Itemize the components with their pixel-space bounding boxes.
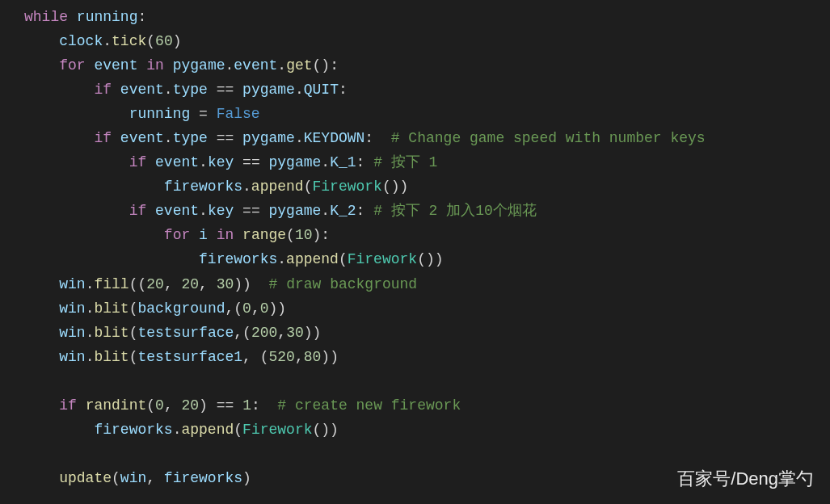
token-comment: # draw background bbox=[269, 276, 418, 292]
token-punct: ()) bbox=[313, 422, 339, 438]
token-punct: ) == bbox=[199, 397, 242, 414]
token-punct: : bbox=[251, 397, 277, 414]
token-variable: event bbox=[155, 203, 199, 219]
token-punct: ( bbox=[234, 422, 242, 438]
code-line bbox=[0, 369, 830, 393]
code-line: for event in pygame.event.get(): bbox=[0, 53, 830, 78]
token-punct: . bbox=[295, 82, 304, 98]
token-punct: : bbox=[339, 82, 348, 98]
token-punct: . bbox=[86, 325, 95, 341]
code-line: while running: bbox=[0, 5, 830, 29]
token-number: 60 bbox=[155, 33, 173, 49]
token-punct: , bbox=[251, 300, 260, 317]
token-punct: == bbox=[208, 130, 242, 146]
token-comment: # 按下 1 bbox=[373, 154, 437, 170]
token-punct: , bbox=[199, 276, 217, 292]
token-punct: : bbox=[356, 154, 374, 170]
token-number: 0 bbox=[242, 300, 251, 317]
token-punct: )) bbox=[304, 325, 322, 341]
token-keyword: in bbox=[217, 227, 234, 243]
code-line: fireworks.append(Firework()) bbox=[0, 247, 830, 271]
token-punct: )) bbox=[234, 276, 268, 292]
token-punct: == bbox=[208, 82, 242, 98]
token-number: 30 bbox=[217, 276, 234, 292]
token-variable: fireworks bbox=[94, 422, 172, 438]
token-variable: win bbox=[120, 470, 146, 486]
token-variable: win bbox=[59, 300, 85, 317]
code-line: win.blit(background,(0,0)) bbox=[0, 296, 830, 321]
token-number: 20 bbox=[181, 276, 199, 292]
token-keyword: for bbox=[164, 227, 190, 243]
token-function: append bbox=[251, 178, 304, 195]
token-punct bbox=[234, 227, 242, 243]
token-keyword: while bbox=[24, 9, 68, 25]
token-variable: type bbox=[173, 82, 208, 98]
code-line: if event.type == pygame.KEYDOWN: # Chang… bbox=[0, 126, 830, 150]
token-variable: pygame bbox=[269, 203, 322, 219]
token-punct: , bbox=[146, 470, 164, 486]
token-function: range bbox=[242, 227, 286, 243]
code-line: clock.tick(60) bbox=[0, 29, 830, 53]
token-punct: . bbox=[164, 82, 173, 98]
token-punct bbox=[77, 397, 86, 414]
token-variable: background bbox=[137, 300, 225, 317]
token-punct: ( bbox=[339, 251, 348, 267]
token-variable: testsurface1 bbox=[137, 349, 242, 365]
token-punct: ,( bbox=[225, 300, 243, 317]
token-punct: )) bbox=[269, 300, 287, 317]
token-number: 0 bbox=[155, 397, 164, 414]
token-punct: : bbox=[356, 203, 374, 219]
token-variable: event bbox=[120, 82, 164, 98]
token-variable: running bbox=[129, 106, 191, 122]
token-variable: pygame bbox=[269, 154, 322, 170]
token-punct bbox=[137, 57, 146, 74]
token-number: 10 bbox=[295, 227, 313, 243]
token-punct: ( bbox=[286, 227, 295, 243]
token-punct: ) bbox=[242, 470, 251, 486]
token-variable: K_1 bbox=[330, 154, 356, 170]
token-punct: . bbox=[164, 130, 173, 146]
token-variable: key bbox=[208, 154, 234, 170]
token-punct: , bbox=[164, 276, 182, 292]
token-punct: ()) bbox=[417, 251, 443, 267]
token-variable: fireworks bbox=[164, 178, 242, 195]
token-punct bbox=[86, 57, 95, 74]
code-editor[interactable]: while running: clock.tick(60) for event … bbox=[0, 5, 830, 490]
token-punct bbox=[146, 203, 155, 219]
token-variable: event bbox=[94, 57, 137, 74]
token-keyword: for bbox=[59, 57, 85, 74]
token-variable: KEYDOWN bbox=[304, 130, 365, 146]
token-punct: . bbox=[277, 251, 286, 267]
token-variable: pygame bbox=[173, 57, 225, 74]
token-punct: ): bbox=[313, 227, 331, 243]
token-variable: win bbox=[59, 325, 85, 341]
token-variable: event bbox=[120, 130, 164, 146]
token-punct: , ( bbox=[242, 349, 268, 365]
token-punct: . bbox=[242, 178, 251, 195]
token-variable: QUIT bbox=[304, 82, 339, 98]
token-punct: == bbox=[234, 154, 268, 170]
token-keyword: if bbox=[129, 203, 147, 219]
token-number: 20 bbox=[182, 397, 200, 414]
token-number: 520 bbox=[269, 349, 295, 365]
code-line: if event.key == pygame.K_1: # 按下 1 bbox=[0, 150, 830, 174]
code-line: if event.type == pygame.QUIT: bbox=[0, 78, 830, 102]
token-punct: . bbox=[277, 57, 286, 74]
token-function: append bbox=[286, 251, 339, 267]
token-number: 20 bbox=[146, 276, 164, 292]
token-punct: ( bbox=[304, 178, 313, 195]
token-punct: , bbox=[164, 397, 182, 414]
token-variable: pygame bbox=[242, 130, 295, 146]
token-variable: type bbox=[173, 130, 208, 146]
token-number: 1 bbox=[242, 397, 251, 414]
token-class-name: Firework bbox=[312, 178, 381, 195]
token-punct: , bbox=[277, 325, 286, 341]
token-number: 200 bbox=[251, 325, 277, 341]
token-function: blit bbox=[94, 300, 129, 317]
token-variable: testsurface bbox=[137, 325, 234, 341]
token-punct bbox=[112, 130, 120, 146]
token-function: fill bbox=[94, 276, 129, 292]
token-punct: ( bbox=[129, 349, 138, 365]
token-punct bbox=[146, 154, 155, 170]
code-line: win.blit(testsurface1, (520,80)) bbox=[0, 345, 830, 369]
